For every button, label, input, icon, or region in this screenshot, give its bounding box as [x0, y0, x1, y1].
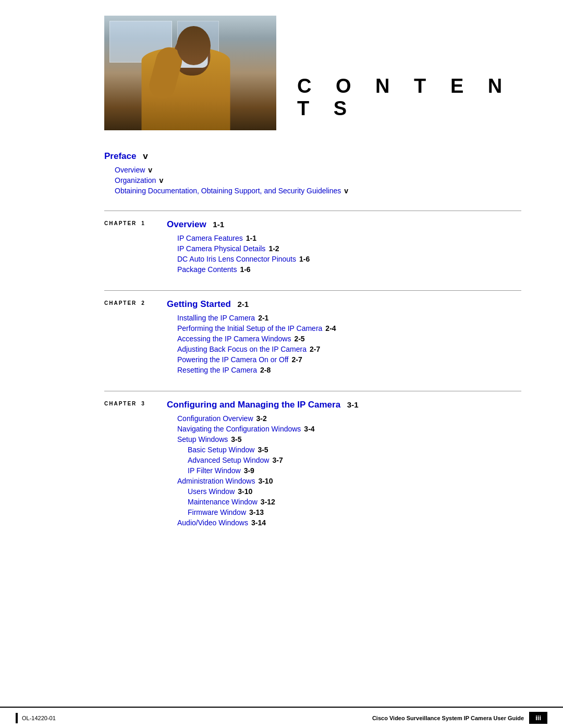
toc-item[interactable]: Administration Windows 3-10: [177, 477, 521, 485]
chapter-1-content: Overview 1-1 IP Camera Features 1-1 IP C…: [167, 219, 521, 276]
toc-item[interactable]: Organization v: [115, 176, 521, 184]
toc-item[interactable]: Configuration Overview 3-2: [177, 414, 521, 423]
footer-doc-id: OL-14220-01: [22, 715, 56, 721]
toc-item[interactable]: Audio/Video Windows 3-14: [177, 519, 521, 527]
footer-guide-title: Cisco Video Surveillance System IP Camer…: [372, 715, 524, 721]
page-container: C O N T E N T S Preface v Overview v Org…: [0, 0, 563, 728]
chapter-1-section: CHAPTER 1 Overview 1-1 IP Camera Feature…: [104, 211, 521, 276]
chapter-3-section: CHAPTER 3 Configuring and Managing the I…: [104, 391, 521, 529]
footer-page-num: iii: [529, 712, 547, 724]
toc-item[interactable]: Overview v: [115, 166, 521, 174]
cover-image: [104, 16, 276, 130]
chapter-2-title[interactable]: Getting Started 2-1: [167, 299, 521, 310]
toc-item[interactable]: Performing the Initial Setup of the IP C…: [177, 324, 521, 332]
chapter-1-title[interactable]: Overview 1-1: [167, 219, 521, 230]
main-content: Preface v Overview v Organization v Obta…: [0, 130, 563, 707]
toc-item[interactable]: Obtaining Documentation, Obtaining Suppo…: [115, 187, 521, 195]
toc-item[interactable]: DC Auto Iris Lens Connector Pinouts 1-6: [177, 255, 521, 263]
toc-item[interactable]: Resetting the IP Camera 2-8: [177, 366, 521, 374]
chapter-2-content: Getting Started 2-1 Installing the IP Ca…: [167, 299, 521, 376]
chapter-3-content: Configuring and Managing the IP Camera 3…: [167, 400, 521, 529]
chapter-3-title[interactable]: Configuring and Managing the IP Camera 3…: [167, 400, 521, 410]
toc-item[interactable]: Powering the IP Camera On or Off 2-7: [177, 355, 521, 364]
toc-item[interactable]: IP Filter Window 3-9: [188, 466, 521, 475]
toc-item[interactable]: IP Camera Physical Details 1-2: [177, 244, 521, 253]
chapter-3-label: CHAPTER 3: [104, 400, 167, 529]
preface-title[interactable]: Preface v: [104, 151, 521, 162]
toc-item[interactable]: Firmware Window 3-13: [188, 508, 521, 516]
footer: OL-14220-01 Cisco Video Surveillance Sys…: [0, 707, 563, 728]
header-area: C O N T E N T S: [0, 0, 563, 130]
toc-item[interactable]: Users Window 3-10: [188, 487, 521, 496]
footer-right: Cisco Video Surveillance System IP Camer…: [372, 712, 547, 724]
toc-item[interactable]: Package Contents 1-6: [177, 265, 521, 274]
chapter-2-section: CHAPTER 2 Getting Started 2-1 Installing…: [104, 290, 521, 376]
chapter-1-label: CHAPTER 1: [104, 219, 167, 276]
toc-item[interactable]: Advanced Setup Window 3-7: [188, 456, 521, 464]
toc-item[interactable]: Navigating the Configuration Windows 3-4: [177, 425, 521, 433]
toc-item[interactable]: Setup Windows 3-5: [177, 435, 521, 443]
footer-left: OL-14220-01: [16, 713, 56, 723]
preface-section: Preface v Overview v Organization v Obta…: [104, 151, 521, 195]
toc-item[interactable]: Basic Setup Window 3-5: [188, 446, 521, 454]
toc-item[interactable]: Maintenance Window 3-12: [188, 498, 521, 506]
toc-item[interactable]: IP Camera Features 1-1: [177, 234, 521, 242]
toc-item[interactable]: Accessing the IP Camera Windows 2-5: [177, 335, 521, 343]
chapter-2-label: CHAPTER 2: [104, 299, 167, 376]
toc-item[interactable]: Adjusting Back Focus on the IP Camera 2-…: [177, 345, 521, 353]
footer-bar-icon: [16, 713, 18, 723]
toc-item[interactable]: Installing the IP Camera 2-1: [177, 314, 521, 322]
contents-title: C O N T E N T S: [297, 75, 521, 130]
